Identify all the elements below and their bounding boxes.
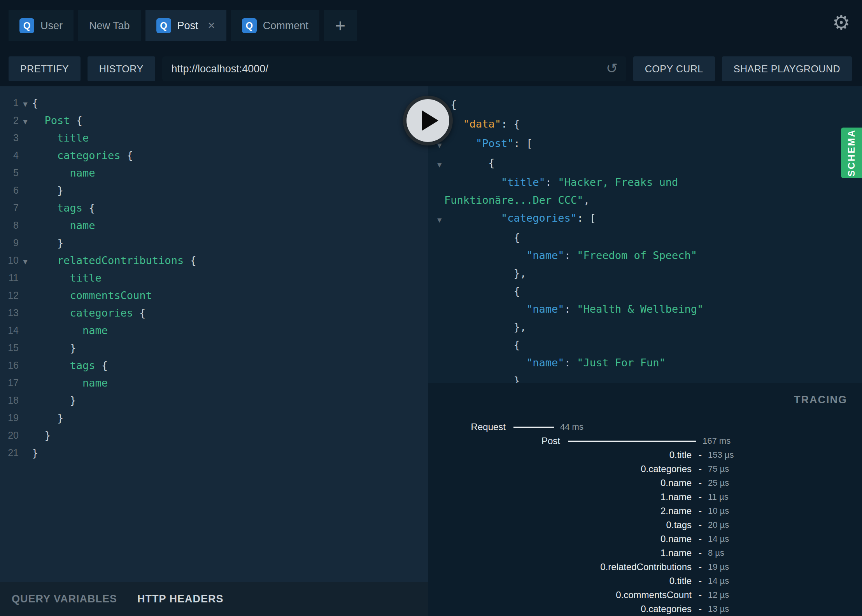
code-text: "name": "Just For Fun" <box>450 354 666 372</box>
response-line: ▼ { <box>433 154 862 173</box>
reload-schema-icon[interactable]: ↺ <box>606 60 618 77</box>
code-token: { <box>450 157 495 169</box>
fold-arrow-icon[interactable]: ▼ <box>19 116 32 126</box>
code-token: { <box>450 231 520 243</box>
share-playground-button[interactable]: SHARE PLAYGROUND <box>722 56 852 81</box>
code-token: : <box>564 249 577 261</box>
line-number: 19 <box>0 412 19 424</box>
query-type-badge: Q <box>156 18 171 33</box>
trace-time: 19 µs <box>708 562 729 572</box>
code-text: { <box>450 282 520 300</box>
code-token: { <box>450 98 457 110</box>
trace-row: 0.name-14 µs <box>443 532 862 546</box>
code-token: "categories" <box>501 212 577 224</box>
code-text: { <box>450 336 520 354</box>
copy-curl-button[interactable]: COPY CURL <box>633 56 715 81</box>
fold-slot <box>19 417 32 419</box>
code-token: "name" <box>526 357 564 369</box>
code-text: } <box>32 342 76 354</box>
fold-arrow-icon[interactable]: ▼ <box>433 154 450 173</box>
fold-slot <box>433 336 450 354</box>
tab-user[interactable]: QUser <box>9 10 74 41</box>
main-area: 1▼{2▼ Post {3 title4 categories {5 name6… <box>0 86 862 616</box>
settings-gear-icon[interactable]: ⚙ <box>832 12 850 33</box>
execute-query-button[interactable] <box>403 96 453 145</box>
fold-slot <box>433 282 450 300</box>
trace-label: 0.title <box>443 450 692 460</box>
code-text: } <box>450 372 520 383</box>
code-token: name <box>82 324 108 336</box>
history-button[interactable]: HISTORY <box>88 56 155 81</box>
editor-line: 16 tags { <box>0 357 428 374</box>
line-number: 16 <box>0 360 19 371</box>
code-text: { <box>450 154 495 173</box>
trace-dash: - <box>699 534 702 544</box>
code-token: "Just For Fun" <box>577 357 666 369</box>
code-token: { <box>95 359 108 371</box>
code-token <box>32 272 70 284</box>
editor-line: 15 } <box>0 339 428 357</box>
code-token <box>450 212 501 224</box>
prettify-button[interactable]: PRETTIFY <box>9 56 81 81</box>
query-type-badge: Q <box>242 18 257 33</box>
code-token <box>32 377 82 389</box>
fold-slot <box>19 137 32 139</box>
code-text: } <box>32 184 63 196</box>
code-text: tags { <box>32 359 108 371</box>
fold-slot <box>19 400 32 401</box>
code-token: tags <box>57 202 82 214</box>
trace-duration-bar <box>513 427 554 428</box>
response-line: "name": "Just For Fun" <box>433 354 862 372</box>
trace-label: 0.categories <box>443 604 692 614</box>
tab-bar: QUserNew TabQPost✕QComment + ⚙ <box>0 0 862 51</box>
trace-dash: - <box>699 604 702 614</box>
tab-post[interactable]: QPost✕ <box>145 10 226 41</box>
tab-comment[interactable]: QComment <box>231 10 319 41</box>
endpoint-url-input[interactable] <box>172 63 601 75</box>
code-token <box>450 303 526 315</box>
response-lines: ▼{▼ "data": {▼ "Post": [▼ { "title": "Ha… <box>433 96 862 383</box>
response-line: }, <box>433 264 862 282</box>
query-editor-pane[interactable]: 1▼{2▼ Post {3 title4 categories {5 name6… <box>0 86 428 616</box>
add-tab-button[interactable]: + <box>324 10 357 41</box>
query-variables-tab[interactable]: QUERY VARIABLES <box>12 593 117 605</box>
http-headers-tab[interactable]: HTTP HEADERS <box>137 593 224 605</box>
code-token: , <box>583 194 590 206</box>
code-token <box>32 219 70 231</box>
code-token: "Post" <box>476 137 514 149</box>
query-type-badge: Q <box>19 18 34 33</box>
code-text: title <box>32 132 89 144</box>
fold-arrow-icon[interactable]: ▼ <box>19 98 32 108</box>
code-token: { <box>133 307 146 319</box>
tab-new-tab[interactable]: New Tab <box>78 10 141 41</box>
trace-label: 0.name <box>443 478 692 488</box>
trace-row: 0.categories-13 µs <box>443 602 862 616</box>
code-token <box>450 357 526 369</box>
code-token: { <box>70 114 83 126</box>
fold-slot <box>19 382 32 384</box>
code-text: }, <box>450 264 526 282</box>
tab-list: QUserNew TabQPost✕QComment <box>9 10 324 41</box>
response-line: { <box>433 282 862 300</box>
fold-slot <box>19 225 32 226</box>
fold-slot <box>433 372 450 383</box>
code-token: "name" <box>526 303 564 315</box>
fold-slot <box>19 242 32 244</box>
fold-arrow-icon[interactable]: ▼ <box>19 256 32 266</box>
trace-dash: - <box>699 478 702 488</box>
fold-slot <box>433 264 450 282</box>
editor-line: 4 categories { <box>0 147 428 164</box>
response-line: }, <box>433 318 862 336</box>
tab-label: New Tab <box>89 20 130 32</box>
line-number: 14 <box>0 325 19 336</box>
fold-arrow-icon[interactable]: ▼ <box>433 209 450 229</box>
code-token <box>32 167 70 179</box>
line-number: 20 <box>0 430 19 441</box>
schema-tab[interactable]: SCHEMA <box>841 128 862 178</box>
code-token: } <box>32 412 63 424</box>
trace-dash: - <box>699 492 702 502</box>
schema-tab-label: SCHEMA <box>846 129 857 177</box>
close-tab-icon[interactable]: ✕ <box>208 20 216 31</box>
code-token: "Hacker, Freaks und <box>558 176 678 188</box>
trace-label: 0.relatedContributions <box>443 562 692 572</box>
